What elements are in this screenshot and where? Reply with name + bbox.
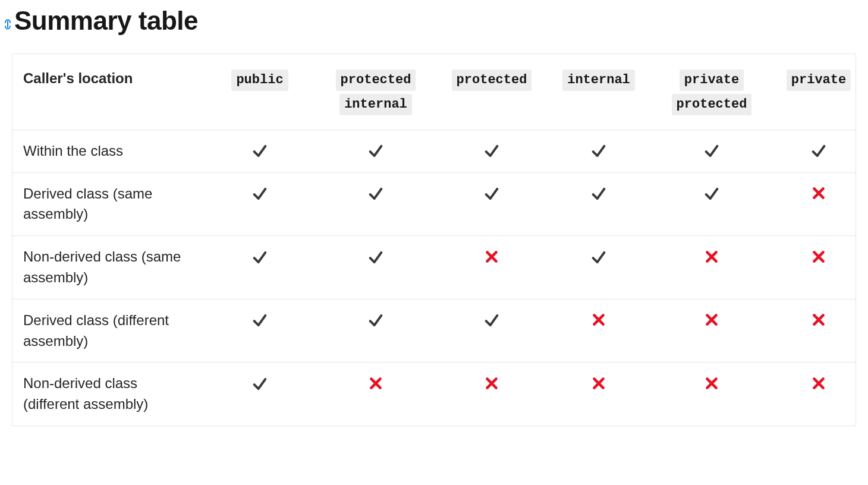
table-header-row: Caller's location public protectedintern…: [12, 54, 856, 130]
keyword-chip: private: [787, 70, 851, 91]
table-cell: [313, 172, 438, 236]
table-cell: [652, 299, 771, 363]
table-cell: [545, 363, 652, 426]
table-header-public: public: [206, 54, 313, 130]
table-header-protected-internal: protectedinternal: [313, 54, 438, 130]
table-cell: [652, 236, 771, 300]
table-cell: [438, 236, 545, 300]
table-header-first: Caller's location: [12, 54, 206, 130]
table-cell: [652, 130, 771, 172]
check-icon: [483, 185, 501, 203]
table-row: Derived class (same assembly): [12, 172, 856, 236]
cross-icon: [703, 312, 721, 330]
table-row: Derived class (different assembly): [12, 299, 856, 363]
cross-icon: [703, 376, 721, 393]
cross-icon: [810, 185, 828, 203]
cross-icon: [590, 376, 608, 393]
check-icon: [590, 185, 608, 203]
table-header-private: private: [771, 54, 856, 130]
table-cell: [313, 130, 438, 172]
check-icon: [251, 312, 269, 330]
check-icon: [590, 249, 608, 267]
table-cell: [206, 130, 313, 172]
table-cell: [313, 299, 438, 363]
cross-icon: [590, 312, 608, 330]
row-label: Non-derived class (same assembly): [12, 236, 206, 300]
keyword-chip: protected: [452, 70, 532, 91]
table-row: Within the class: [12, 130, 856, 172]
row-label: Derived class (different assembly): [12, 299, 206, 363]
table-cell: [771, 299, 856, 363]
cross-icon: [703, 249, 721, 267]
check-icon: [590, 143, 608, 160]
row-label: Within the class: [12, 130, 206, 172]
row-label: Non-derived class (different assembly): [12, 363, 206, 426]
section-heading: Summary table: [14, 6, 856, 36]
table-header-internal: internal: [545, 54, 652, 130]
check-icon: [367, 312, 385, 330]
table-cell: [206, 299, 313, 363]
table-cell: [438, 299, 545, 363]
keyword-chip: protected: [336, 70, 416, 91]
check-icon: [483, 143, 501, 160]
table-cell: [438, 172, 545, 236]
check-icon: [367, 249, 385, 267]
table-cell: [206, 236, 313, 300]
table-cell: [206, 172, 313, 236]
cross-icon: [483, 249, 501, 267]
table-cell: [771, 363, 856, 426]
cross-icon: [483, 376, 501, 393]
section-heading-text: Summary table: [14, 6, 198, 35]
table-row: Non-derived class (different assembly): [12, 363, 856, 426]
table-cell: [438, 363, 545, 426]
check-icon: [483, 312, 501, 330]
table-cell: [545, 299, 652, 363]
table-cell: [652, 172, 771, 236]
table-cell: [438, 130, 545, 172]
keyword-chip: internal: [339, 94, 412, 115]
table-cell: [771, 130, 856, 172]
table-cell: [771, 236, 856, 300]
cross-icon: [810, 376, 828, 393]
check-icon: [703, 185, 721, 203]
table-cell: [545, 130, 652, 172]
keyword-chip: protected: [672, 94, 752, 115]
keyword-chip: private: [680, 70, 744, 91]
check-icon: [251, 376, 269, 393]
table-cell: [313, 363, 438, 426]
check-icon: [703, 143, 721, 160]
keyword-chip: public: [231, 70, 288, 91]
table-cell: [545, 172, 652, 236]
check-icon: [367, 185, 385, 203]
table-cell: [771, 172, 856, 236]
check-icon: [251, 249, 269, 267]
row-label: Derived class (same assembly): [12, 172, 206, 236]
cross-icon: [367, 376, 385, 393]
table-row: Non-derived class (same assembly): [12, 236, 856, 300]
table-cell: [545, 236, 652, 300]
table-header-private-protected: privateprotected: [652, 54, 771, 130]
check-icon: [251, 143, 269, 160]
check-icon: [810, 143, 828, 160]
table-header-protected: protected: [438, 54, 545, 130]
summary-table: Caller's location public protectedintern…: [12, 53, 856, 426]
anchor-link-icon[interactable]: [4, 14, 12, 36]
keyword-chip: internal: [562, 70, 635, 91]
table-cell: [206, 363, 313, 426]
cross-icon: [810, 312, 828, 330]
cross-icon: [810, 249, 828, 267]
check-icon: [367, 143, 385, 160]
check-icon: [251, 185, 269, 203]
table-cell: [652, 363, 771, 426]
table-cell: [313, 236, 438, 300]
